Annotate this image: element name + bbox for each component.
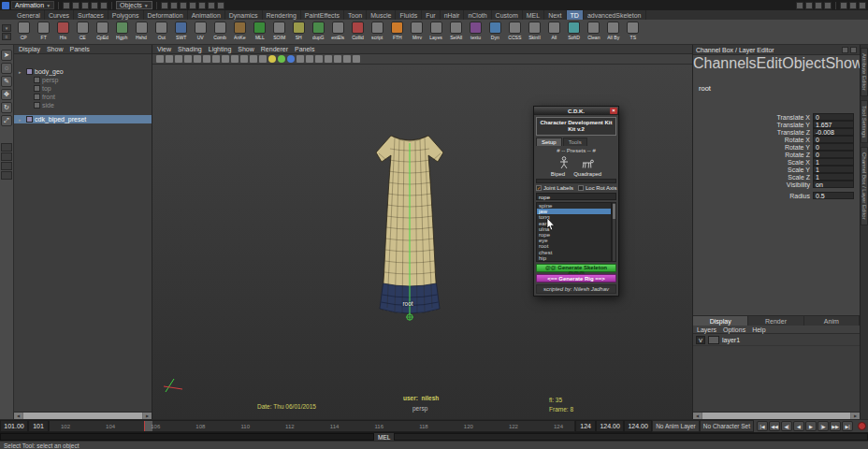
layer-editor-menu-item[interactable]: Help — [752, 326, 765, 333]
shelf-button[interactable]: script — [368, 20, 387, 44]
transport-button[interactable]: ◀| — [781, 421, 792, 431]
shelf-button[interactable]: Clean — [584, 20, 603, 44]
expander-icon[interactable]: ▸ — [19, 69, 24, 75]
yellow-material-ball-icon[interactable] — [268, 55, 276, 63]
textured-mode-icon[interactable] — [240, 55, 248, 63]
layer-editor-tab[interactable]: Display — [693, 316, 748, 326]
time-slider[interactable]: 102104106108110112114116118120122124 — [49, 420, 575, 432]
shelf-button[interactable]: SkinII — [525, 20, 544, 44]
joint-labels-checkbox[interactable]: ✓ Joint Labels — [536, 185, 573, 191]
attribute-name[interactable]: Translate X — [776, 114, 810, 121]
sidebar-vertical-tab[interactable]: Attribute Editor — [861, 48, 868, 96]
animation-start-field[interactable]: 101.00 — [0, 420, 28, 432]
viewport-menu-item[interactable]: Renderer — [261, 46, 288, 52]
attribute-value-field[interactable]: 0 — [813, 136, 854, 143]
wireframe-icon[interactable] — [222, 55, 229, 63]
shelf-button[interactable]: AnKe — [230, 20, 250, 44]
scale-tool[interactable]: ⤢ — [1, 115, 12, 126]
channel-box-menu-item[interactable]: Edit — [757, 55, 783, 71]
shelf-tab[interactable]: Custom — [492, 10, 523, 20]
attribute-name[interactable]: Translate Y — [777, 122, 810, 128]
shelf-tab[interactable]: MEL — [523, 10, 544, 20]
layer-color-swatch[interactable] — [708, 336, 719, 344]
viewport-menu-item[interactable]: Panels — [295, 46, 314, 52]
xray-joints-icon[interactable] — [306, 55, 313, 63]
attribute-value-field[interactable]: 1 — [813, 173, 854, 181]
menu-set-dropdown[interactable]: Animation ▼ — [11, 1, 54, 9]
shelf-button[interactable]: FT — [34, 20, 53, 44]
transport-button[interactable]: ◀ — [793, 421, 804, 431]
expander-icon[interactable]: ▸ — [19, 117, 24, 123]
shelf-menu-icon[interactable]: ≡ — [2, 33, 11, 40]
rotate-tool[interactable]: ↻ — [1, 102, 12, 113]
sidebar-vertical-tab[interactable]: Channel Box / Layer Editor — [861, 147, 868, 225]
shelf-button[interactable]: SWT — [171, 20, 191, 44]
attribute-name[interactable]: Translate Z — [777, 129, 810, 136]
ipr-render-icon[interactable] — [815, 2, 822, 9]
save-scene-icon[interactable] — [81, 2, 89, 9]
shelf-button[interactable]: CCSS — [505, 20, 525, 44]
scrollbar-thumb[interactable] — [702, 413, 851, 419]
command-input[interactable] — [0, 433, 374, 441]
shelf-button[interactable]: Hshd — [132, 20, 152, 44]
viewport-menu-item[interactable]: View — [157, 46, 171, 52]
shelf-tab[interactable]: Fluids — [396, 10, 422, 20]
outliner-menu-item[interactable]: Display — [19, 46, 40, 52]
shelf-tab[interactable]: Polygons — [108, 10, 144, 20]
outliner-horizontal-scrollbar[interactable]: ◀ ▶ — [14, 412, 152, 419]
shelf-button[interactable]: Layes — [427, 20, 446, 44]
attribute-value-field[interactable]: 0 — [813, 143, 854, 151]
redo-icon[interactable] — [100, 2, 108, 9]
shelf-button[interactable]: His — [53, 20, 73, 44]
shelf-tab[interactable]: advancedSkeleton — [584, 10, 646, 20]
snap-grid-icon[interactable] — [189, 2, 196, 9]
paint-select-tool[interactable]: ✎ — [1, 76, 12, 87]
shaded-mode-icon[interactable] — [231, 55, 239, 63]
attribute-name[interactable]: Scale X — [788, 159, 810, 166]
lock-camera-icon[interactable] — [166, 55, 173, 63]
persp-outliner-layout-button[interactable] — [1, 162, 12, 170]
cdk-tab[interactable]: Tools — [563, 138, 587, 146]
render-view-icon[interactable] — [796, 2, 803, 9]
scrollbar-thumb[interactable] — [22, 413, 143, 419]
joint-list-scrollbar[interactable] — [612, 202, 616, 262]
select-by-component-icon[interactable] — [180, 2, 187, 9]
shelf-tab[interactable]: Dynamics — [225, 10, 263, 20]
shelf-button[interactable]: extEls — [328, 20, 348, 44]
attribute-value-field[interactable]: on — [813, 181, 854, 188]
exposure-icon[interactable] — [315, 55, 323, 63]
shelf-button[interactable]: TS — [623, 20, 643, 44]
animation-end-field-2[interactable]: 124.00 — [624, 420, 652, 432]
outliner-item[interactable]: ▸ body_geo — [14, 67, 152, 76]
scrollbar-thumb[interactable] — [613, 204, 615, 219]
resolution-gate-icon[interactable] — [334, 55, 341, 63]
transport-button[interactable]: ▶▶ — [830, 421, 841, 431]
attribute-name[interactable]: Scale Y — [788, 167, 810, 173]
cdk-titlebar[interactable]: C.D.K. × — [534, 107, 618, 115]
transport-button[interactable]: ◀◀ — [769, 421, 780, 431]
layer-editor-menu-item[interactable]: Layers — [697, 326, 716, 333]
shelf-button[interactable]: FTH — [387, 20, 407, 44]
hypershade-layout-button[interactable] — [1, 171, 12, 180]
shelf-tab-menu-icon[interactable]: ▾ — [2, 24, 11, 32]
xray-icon[interactable] — [297, 55, 304, 63]
shelf-button[interactable]: Dyn — [485, 20, 505, 44]
shelf-tab[interactable]: General — [13, 10, 45, 20]
manipulator-display-icon[interactable] — [842, 47, 848, 53]
anim-layer-dropdown[interactable]: No Anim Layer — [652, 420, 700, 432]
speed-control-icon[interactable] — [850, 47, 857, 53]
attribute-name[interactable]: Visibility — [787, 181, 810, 188]
attribute-name[interactable]: Rotate Z — [785, 152, 810, 158]
shelf-tab[interactable]: Toon — [344, 10, 367, 20]
shelf-button[interactable]: SH — [289, 20, 309, 44]
attribute-name[interactable]: Radius — [789, 193, 810, 199]
select-camera-icon[interactable] — [156, 55, 164, 63]
generate-rig-button[interactable]: <== Generate Rig ==> — [536, 274, 616, 282]
outliner-item[interactable]: front — [14, 93, 152, 101]
viewport-menu-item[interactable]: Shading — [178, 46, 202, 52]
shadows-icon[interactable] — [259, 55, 267, 63]
outliner-item[interactable]: persp — [14, 76, 152, 84]
shelf-button[interactable]: SOIM — [269, 20, 289, 44]
character-set-dropdown[interactable]: No Character Set — [700, 420, 754, 432]
outliner-menu-item[interactable]: Show — [47, 46, 64, 52]
